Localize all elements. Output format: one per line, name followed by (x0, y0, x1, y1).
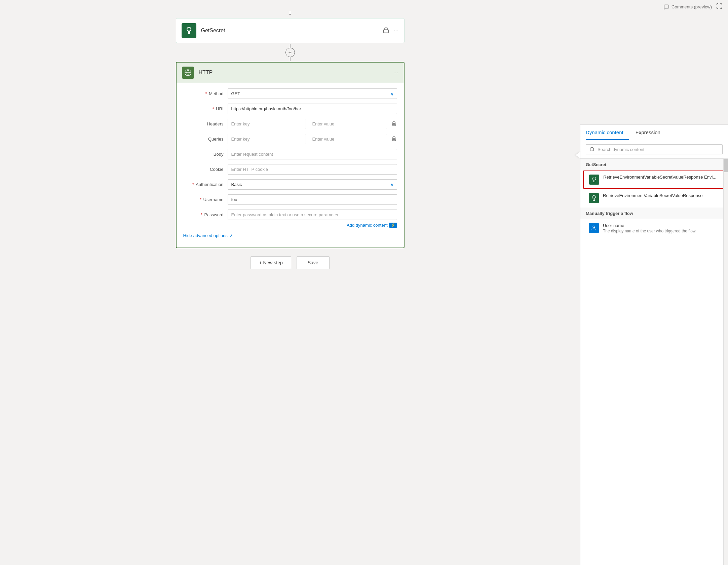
get-secret-icon (182, 23, 196, 38)
connector-line-top (290, 44, 291, 48)
body-row: Body (183, 149, 397, 159)
search-icon (589, 147, 595, 152)
add-step-button[interactable]: + (285, 48, 295, 57)
get-secret-card[interactable]: GetSecret ··· (176, 18, 405, 43)
queries-label: Queries (183, 137, 224, 142)
username-row: * Username (183, 194, 397, 205)
panel-search (580, 140, 728, 159)
http-title: HTTP (199, 70, 393, 76)
queries-inputs (228, 134, 387, 144)
queries-row: Queries (183, 134, 397, 144)
auth-required: * (192, 182, 194, 187)
new-step-button[interactable]: + New step (251, 256, 291, 269)
cookie-row: Cookie (183, 164, 397, 175)
fullscreen-icon (716, 3, 723, 9)
comments-icon (663, 4, 669, 10)
bottom-actions: + New step Save (251, 256, 329, 269)
get-secret-title: GetSecret (201, 28, 383, 34)
headers-key-input[interactable] (228, 119, 306, 129)
globe-icon (184, 69, 192, 76)
auth-select-wrapper: None Basic Client Certificate Active Dir… (228, 179, 397, 190)
lock-icon[interactable] (383, 27, 389, 35)
method-select-wrapper: GET POST PUT DELETE PATCH ∨ (228, 88, 397, 99)
right-panel: Dynamic content Expression GetSecret (580, 124, 728, 565)
username-required: * (200, 197, 201, 202)
save-button[interactable]: Save (297, 256, 330, 269)
hide-advanced-button[interactable]: Hide advanced options ∧ (183, 232, 233, 242)
queries-key-input[interactable] (228, 134, 306, 144)
headers-row: Headers (183, 119, 397, 129)
item2-icon (589, 193, 599, 203)
tab-dynamic-content[interactable]: Dynamic content (586, 125, 629, 140)
svg-point-6 (593, 226, 595, 228)
svg-line-5 (593, 150, 594, 151)
cookie-label: Cookie (183, 167, 224, 172)
search-input[interactable] (598, 147, 719, 152)
auth-select[interactable]: None Basic Client Certificate Active Dir… (228, 179, 397, 190)
method-label: * Method (183, 91, 224, 96)
cookie-input[interactable] (228, 164, 397, 175)
key-vault-icon (185, 26, 193, 35)
item3-icon (589, 223, 599, 233)
uri-row: * URI (183, 104, 397, 114)
svg-point-4 (590, 147, 594, 151)
password-row: * Password (183, 210, 397, 220)
top-bar: Comments (preview) (658, 0, 728, 14)
panel-tabs: Dynamic content Expression (580, 125, 728, 140)
http-body: * Method GET POST PUT DELETE PATCH ∨ (177, 83, 404, 248)
top-arrow: ↓ (288, 8, 292, 17)
headers-label: Headers (183, 121, 224, 126)
section-header-getsecret: GetSecret (580, 159, 728, 170)
tab-expression[interactable]: Expression (636, 125, 666, 140)
chevron-up-icon: ∧ (230, 233, 233, 238)
http-more-button[interactable]: ··· (393, 69, 398, 76)
uri-required: * (212, 106, 214, 111)
method-required: * (205, 91, 207, 96)
fullscreen-button[interactable] (716, 3, 723, 11)
add-dynamic-content-button[interactable]: Add dynamic content ⚡ (347, 223, 397, 228)
authentication-row: * Authentication None Basic Client Certi… (183, 179, 397, 190)
username-input[interactable] (228, 194, 397, 205)
headers-delete-button[interactable] (391, 120, 397, 128)
item3-text: User name The display name of the user w… (603, 223, 720, 233)
dynamic-content-item-3[interactable]: User name The display name of the user w… (583, 219, 725, 237)
method-row: * Method GET POST PUT DELETE PATCH ∨ (183, 88, 397, 99)
queries-delete-button[interactable] (391, 136, 397, 143)
method-select[interactable]: GET POST PUT DELETE PATCH (228, 88, 397, 99)
item1-icon (589, 175, 599, 185)
dynamic-badge: ⚡ (389, 223, 397, 228)
panel-content: GetSecret RetrieveEnvironmentVariableSec… (580, 159, 728, 565)
uri-label: * URI (183, 106, 224, 111)
comments-button[interactable]: Comments (preview) (663, 4, 712, 10)
comments-label: Comments (preview) (672, 4, 712, 9)
http-globe-icon (182, 67, 194, 79)
username-label: * Username (183, 197, 224, 202)
section-header-trigger: Manually trigger a flow (580, 208, 728, 219)
connector-line-bottom (290, 57, 291, 61)
item1-text: RetrieveEnvironmentVariableSecretValueRe… (603, 175, 719, 180)
dynamic-content-row: Add dynamic content ⚡ (183, 223, 397, 228)
canvas: ↓ GetSecret ··· + (0, 0, 580, 565)
authentication-label: * Authentication (183, 182, 224, 187)
queries-value-input[interactable] (309, 134, 387, 144)
password-required: * (201, 212, 202, 217)
dynamic-content-item-1[interactable]: RetrieveEnvironmentVariableSecretValueRe… (583, 171, 725, 189)
panel-pointer (576, 152, 580, 158)
scrollbar-track[interactable] (723, 159, 728, 565)
http-card: HTTP ··· * Method GET POST PUT DELETE PA… (176, 62, 405, 248)
headers-inputs (228, 119, 387, 129)
body-label: Body (183, 152, 224, 157)
dynamic-content-item-2[interactable]: RetrieveEnvironmentVariableSecretValueRe… (583, 189, 725, 207)
password-input[interactable] (228, 210, 397, 220)
card-actions: ··· (383, 27, 398, 35)
headers-value-input[interactable] (309, 119, 387, 129)
svg-rect-1 (384, 30, 389, 33)
search-wrapper (586, 144, 723, 154)
http-header: HTTP ··· (177, 63, 404, 83)
uri-input[interactable] (228, 104, 397, 114)
svg-point-0 (188, 29, 189, 30)
item2-text: RetrieveEnvironmentVariableSecretValueRe… (603, 193, 720, 198)
body-input[interactable] (228, 149, 397, 159)
get-secret-more-icon[interactable]: ··· (393, 27, 398, 34)
scrollbar-thumb[interactable] (724, 159, 728, 172)
